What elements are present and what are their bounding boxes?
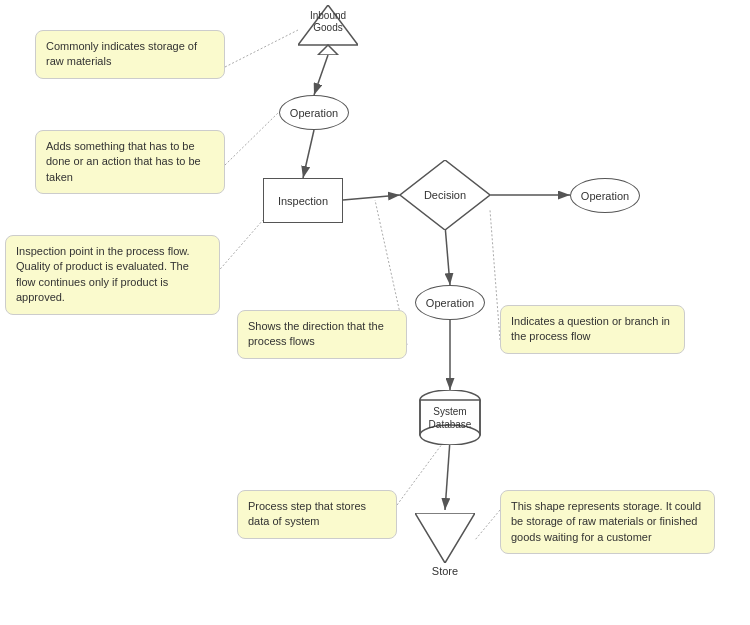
inspection-label: Inspection — [278, 195, 328, 207]
tooltip-arrow: Shows the direction that the process flo… — [237, 310, 407, 359]
svg-marker-16 — [318, 45, 338, 55]
svg-line-14 — [475, 510, 500, 540]
svg-line-12 — [490, 210, 500, 340]
decision-label: Decision — [424, 189, 466, 201]
diagram: Inbound Goods Operation Inspection Decis… — [0, 0, 750, 625]
shape-inspection: Inspection — [263, 178, 343, 223]
tooltip-dbstore-text: Process step that stores data of system — [248, 500, 366, 527]
tooltip-storage2-text: This shape represents storage. It could … — [511, 500, 701, 543]
svg-line-1 — [314, 55, 328, 95]
shape-operation1: Operation — [279, 95, 349, 130]
tooltip-operation-text: Adds something that has to be done or an… — [46, 140, 201, 183]
inbound-label: Inbound Goods — [298, 10, 358, 34]
operation3-label: Operation — [426, 297, 474, 309]
operation2-label: Operation — [581, 190, 629, 202]
tooltip-storage-text: Commonly indicates storage of raw materi… — [46, 40, 197, 67]
svg-line-5 — [445, 225, 450, 285]
tooltip-storage2: This shape represents storage. It could … — [500, 490, 715, 554]
operation1-label: Operation — [290, 107, 338, 119]
tooltip-decision-text: Indicates a question or branch in the pr… — [511, 315, 670, 342]
tooltip-dbstore: Process step that stores data of system — [237, 490, 397, 539]
tooltip-decision: Indicates a question or branch in the pr… — [500, 305, 685, 354]
svg-line-8 — [225, 30, 298, 67]
shape-operation3: Operation — [415, 285, 485, 320]
tooltip-inspection-text: Inspection point in the process flow. Qu… — [16, 245, 190, 303]
shape-systemdb: System Database — [415, 390, 485, 445]
svg-line-13 — [397, 440, 445, 505]
svg-line-9 — [225, 112, 279, 165]
store-svg — [415, 513, 475, 563]
shape-operation2: Operation — [570, 178, 640, 213]
svg-line-2 — [303, 130, 314, 178]
store-label: Store — [432, 565, 458, 577]
svg-line-10 — [215, 220, 263, 275]
tooltip-inspection: Inspection point in the process flow. Qu… — [5, 235, 220, 315]
tooltip-storage: Commonly indicates storage of raw materi… — [35, 30, 225, 79]
tooltip-operation: Adds something that has to be done or an… — [35, 130, 225, 194]
tooltip-arrow-text: Shows the direction that the process flo… — [248, 320, 384, 347]
svg-line-7 — [445, 440, 450, 510]
svg-marker-23 — [415, 513, 475, 563]
svg-line-3 — [343, 195, 400, 200]
shape-store: Store — [415, 510, 475, 565]
shape-inbound: Inbound Goods — [298, 5, 358, 55]
shape-decision: Decision — [400, 160, 490, 230]
systemdb-label: System Database — [429, 405, 472, 431]
